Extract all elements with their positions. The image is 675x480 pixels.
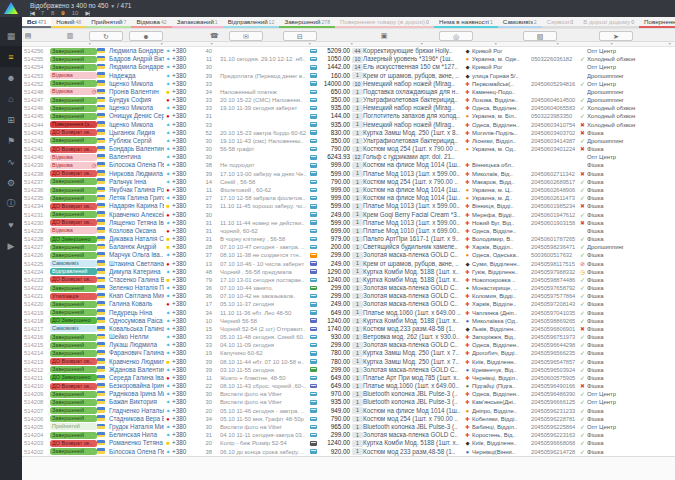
phone-number[interactable]: +380 xyxy=(172,439,197,447)
product-name[interactable]: Куртка Замш Мод. 250 (1шт. х 7.. xyxy=(363,358,463,366)
comment[interactable]: 11.10 11-36 нбт. Лео 48-50 xyxy=(220,309,310,317)
client-name[interactable]: Козлова Оксана xyxy=(109,227,164,235)
table-row[interactable]: 514229ВідмоваКозлова Оксана●+38031чорний… xyxy=(22,227,675,235)
table-row[interactable]: 514206ЗавершенийСтадникова Вера В..●+380… xyxy=(22,415,675,423)
client-name[interactable]: Гладченко Наталья .. xyxy=(109,407,164,415)
product-name[interactable]: Золотая маска-пленка GOLD C.. xyxy=(363,431,463,439)
client-name[interactable]: Марчук Ольга Іва.. xyxy=(109,251,164,259)
client-name[interactable]: Валентина xyxy=(109,153,164,161)
phone-number[interactable]: +380 xyxy=(172,129,197,137)
phone-number[interactable]: +380 xyxy=(172,153,197,161)
comment[interactable]: 31.10 сегодня. 29.10 12-12. нб.. xyxy=(220,55,310,63)
product-name[interactable]: Крем от шрамов, рубцов, акне, .. xyxy=(363,260,463,268)
status-badge[interactable]: ДО Возврат ок.. xyxy=(50,440,97,447)
client-name[interactable]: Кнап Світлана Миха.. xyxy=(109,292,164,300)
status-badge[interactable]: Завершений xyxy=(50,244,97,251)
tab-Сервіси[interactable]: Сервіси0 xyxy=(542,17,578,28)
status-badge[interactable]: Відмова xyxy=(50,72,97,79)
tracking-number[interactable]: 20450603414387 xyxy=(531,137,578,145)
delivery-address[interactable]: Лозова, Відділе.. xyxy=(472,96,531,104)
tracking-number[interactable]: 20450598869265 xyxy=(531,317,578,325)
tab-Відмова[interactable]: Відмова42 xyxy=(131,17,171,28)
tracking-number[interactable]: 20450596486390 xyxy=(531,390,578,398)
table-row[interactable]: 514243ДО Возврат ок..Цыганюк Лидия✶+3805… xyxy=(22,129,675,137)
clients-icon[interactable]: ☻ xyxy=(0,67,22,88)
tracking-number[interactable]: 20450596225864 xyxy=(531,423,578,431)
delivery-address[interactable]: Новий Буг, Від.. xyxy=(472,219,531,227)
tab-Всі[interactable]: Всі471 xyxy=(22,17,51,28)
client-name[interactable]: Цыганюк Лидия xyxy=(109,129,164,137)
comment[interactable]: Синій , 56-58 xyxy=(220,178,310,186)
filter-caret-icon[interactable]: ▼ xyxy=(160,42,163,46)
product-name[interactable]: Куртка Комби Мод. 5188 (1шт. х.. xyxy=(363,276,463,284)
comment[interactable]: Чорний 52-54 (2 шт) Отправит.. xyxy=(220,325,310,333)
comment[interactable]: 08.10 11-43 сброс. чорний ,60-.. xyxy=(220,382,310,390)
filter-caret-icon[interactable]: ▼ xyxy=(88,42,91,46)
tracking-number[interactable]: 20450605294816 xyxy=(531,80,578,88)
comment[interactable]: Наложенный платеж xyxy=(220,88,310,96)
client-name[interactable]: Бондарь Валентина.. xyxy=(109,145,164,153)
status-badge[interactable]: ДО Возврат ок.. xyxy=(50,219,97,226)
tracking-number[interactable]: 20450602689517 xyxy=(531,178,578,186)
phone-number[interactable]: +380 xyxy=(172,72,197,80)
status-badge[interactable]: Відправлений xyxy=(50,268,97,275)
first-page-button[interactable]: |◀ xyxy=(30,10,34,16)
comment[interactable]: 19.10 11-43 (смс) Наложенны.. xyxy=(220,137,310,145)
status-badge[interactable]: Завершений xyxy=(50,350,97,357)
table-row[interactable]: 514207ЗавершенийГладченко Наталья ..✶+38… xyxy=(22,407,675,415)
comment[interactable]: Не подходит xyxy=(220,161,310,169)
status-badge[interactable]: Завершений xyxy=(50,301,97,308)
filter-caret-icon[interactable]: ▼ xyxy=(610,42,613,46)
phone-number[interactable]: +380 xyxy=(172,227,197,235)
comment[interactable]: 07.10 10-46 - 10 числа заберет xyxy=(220,260,310,268)
table-row[interactable]: 514212ЗавершенийЖданова Валентина✶+38039… xyxy=(22,366,675,374)
product-name[interactable]: Bluetooth колонка JBL Pulse-3 (.. xyxy=(363,423,463,431)
phone-number[interactable]: +380 xyxy=(172,260,197,268)
client-name[interactable]: Романенко Тетяна xyxy=(109,439,164,447)
product-name[interactable]: Корректирующие брюки Holly.. xyxy=(363,47,463,55)
table-row[interactable]: 514225СамовивізШтакина Светлана●+3801307… xyxy=(22,259,675,267)
phone-number[interactable]: +380 xyxy=(172,341,197,349)
table-row[interactable]: 514239Відмова◷Білосока Олена Петр..✶+380… xyxy=(22,161,675,169)
last-page-button[interactable]: ▶| xyxy=(85,10,89,16)
client-name[interactable]: Бажан Виктория xyxy=(109,398,164,406)
status-badge[interactable]: Завершений xyxy=(50,342,97,349)
comment[interactable]: Вислати фото на Viber xyxy=(220,398,310,406)
tracking-number[interactable]: 20450596751973 xyxy=(531,333,578,341)
product-name[interactable]: Костюм на флисе Мод 1014 (1ш.. xyxy=(363,194,463,202)
product-name[interactable]: Куртка Замш Мод. 250 (1шт. х 8.. xyxy=(363,129,463,137)
phone-number[interactable]: +380 xyxy=(172,211,197,219)
tab-Завершений[interactable]: Завершений278 xyxy=(279,17,335,28)
delivery-address[interactable]: Кобеляки, Відді.. xyxy=(472,415,531,423)
status-badge[interactable]: Завершений xyxy=(50,80,97,87)
phone-number[interactable]: +380 xyxy=(172,325,197,333)
tracking-number[interactable]: 20450596806901 xyxy=(531,325,578,333)
client-name[interactable]: Онищук Денис Сергі.. xyxy=(109,112,164,120)
table-row[interactable]: 514255ЗавершенийБадров Андрій Вікт..✶+38… xyxy=(22,55,675,63)
phone-number[interactable]: +380 xyxy=(172,47,197,55)
phone-number[interactable]: +380 xyxy=(172,390,197,398)
product-name[interactable]: Крем от шрамов, рубцов, акне, .. xyxy=(363,72,463,80)
delivery-address[interactable]: Первомайськ(.. xyxy=(472,80,531,88)
phone-number[interactable]: +380 xyxy=(172,145,197,153)
client-name[interactable]: Баланюк Андрій xyxy=(109,243,164,251)
delivery-address[interactable]: Одеса, Відділе.. xyxy=(472,227,531,235)
phone-number[interactable]: +380 xyxy=(172,194,197,202)
delivery-address[interactable]: Львів, Відділен.. xyxy=(472,325,531,333)
table-row[interactable]: 514211ДО ЗавершеноСереда Галина Івані..●… xyxy=(22,374,675,382)
package-column-icon[interactable]: ▧ xyxy=(523,31,557,41)
status-badge[interactable]: Завершений xyxy=(50,56,97,63)
phone-number[interactable]: +380 xyxy=(172,96,197,104)
delivery-address[interactable]: Макаров, Відд.. xyxy=(472,178,531,186)
delivery-address[interactable]: Новопокровка .. xyxy=(472,276,531,284)
tracking-number[interactable]: 20450596228781 xyxy=(531,415,578,423)
product-name[interactable]: Ель искусственная 150 см *127.. xyxy=(363,63,463,71)
phone-number[interactable]: +380 xyxy=(172,112,197,120)
table-row[interactable]: 514238ДО Возврат ок..Ниркова Людмила✶+38… xyxy=(22,170,675,178)
status-column-icon[interactable]: ▥ xyxy=(63,31,77,41)
phone-number[interactable]: +380 xyxy=(172,55,197,63)
product-name[interactable]: Костюм мод 233 разм,48-58 (1.. xyxy=(363,448,463,456)
product-name[interactable]: Подставка охлаждающая для н.. xyxy=(363,88,463,96)
phone-number[interactable]: +380 xyxy=(172,317,197,325)
comment[interactable]: чорний, 60-62 xyxy=(220,227,310,235)
